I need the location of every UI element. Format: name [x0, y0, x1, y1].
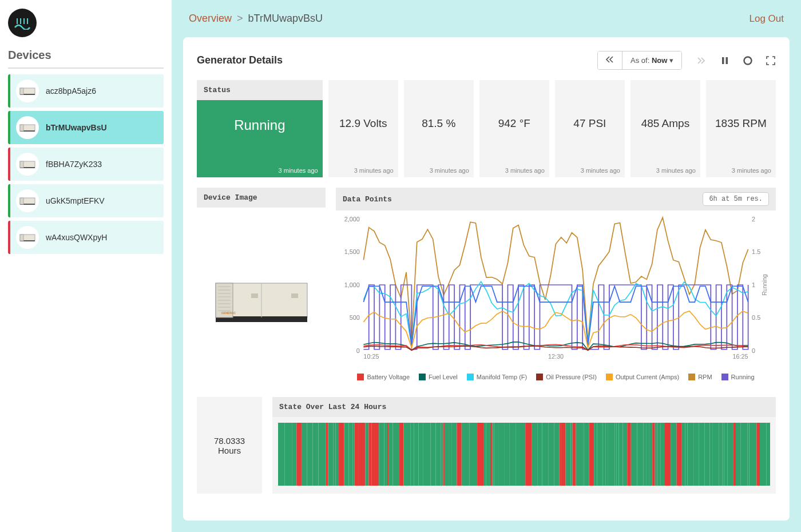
stat-card: 485 Amps3 minutes ago: [631, 80, 700, 177]
svg-text:2: 2: [752, 216, 755, 223]
breadcrumb-root[interactable]: Overview: [189, 13, 232, 24]
logout-link[interactable]: Log Out: [750, 13, 784, 25]
state-24h-card: State Over Last 24 Hours: [272, 397, 776, 494]
svg-rect-95: [473, 423, 477, 486]
legend-label: Battery Voltage: [367, 374, 410, 380]
legend-item[interactable]: Oil Pressure (PSI): [536, 374, 597, 380]
stat-footer: 3 minutes ago: [631, 167, 700, 177]
stat-body: 1835 RPM: [706, 80, 776, 167]
legend-label: RPM: [698, 374, 712, 380]
device-image-card: Device Image GENERAC: [197, 188, 326, 387]
stat-footer: 3 minutes ago: [404, 167, 474, 177]
svg-rect-98: [486, 423, 490, 486]
asof-group: As of: Now ▾: [597, 51, 682, 70]
stat-footer: 3 minutes ago: [706, 167, 776, 177]
svg-rect-151: [705, 423, 710, 486]
svg-rect-71: [372, 423, 379, 486]
stat-footer: 3 minutes ago: [328, 167, 398, 177]
resolution-badge[interactable]: 6h at 5m res.: [703, 192, 769, 206]
stat-card: 942 °F3 minutes ago: [479, 80, 549, 177]
topbar: Overview > bTrMUwapvBsU Log Out: [172, 0, 801, 37]
stat-value: 47 PSI: [573, 117, 606, 130]
legend-item[interactable]: Fuel Level: [419, 374, 458, 380]
svg-rect-106: [518, 423, 525, 486]
svg-rect-126: [608, 423, 614, 486]
svg-rect-86: [443, 423, 445, 486]
svg-rect-165: [767, 423, 770, 486]
sidebar-device-item[interactable]: acz8bpA5ajz6: [8, 74, 164, 108]
svg-rect-83: [431, 423, 436, 486]
breadcrumb-sep: >: [237, 13, 243, 24]
caret-down-icon: ▾: [669, 56, 673, 65]
chart-area[interactable]: 2,0001,5001,000500021.510.50Running10:25…: [336, 211, 776, 387]
sidebar-device-item[interactable]: wA4xusQWXpyH: [8, 221, 164, 254]
svg-rect-52: [285, 423, 292, 486]
main-area: Overview > bTrMUwapvBsU Log Out Generato…: [172, 0, 801, 532]
pause-button[interactable]: [720, 55, 730, 66]
stat-card: 81.5 %3 minutes ago: [404, 80, 474, 177]
sidebar-device-item[interactable]: bTrMUwapvBsU: [8, 111, 164, 144]
refresh-button[interactable]: [743, 55, 753, 66]
time-back-button[interactable]: [598, 51, 622, 69]
svg-text:1,000: 1,000: [344, 282, 360, 288]
svg-text:0: 0: [752, 348, 755, 354]
legend-label: Running: [731, 374, 755, 380]
sidebar-divider: [8, 68, 164, 69]
legend-item[interactable]: Manifold Temp (F): [467, 374, 527, 380]
svg-rect-74: [387, 423, 389, 486]
svg-rect-82: [423, 423, 431, 486]
svg-rect-113: [560, 423, 561, 486]
state-24h-body: [272, 417, 776, 494]
time-controls: As of: Now ▾: [597, 51, 776, 70]
legend-item[interactable]: Output Current (Amps): [606, 374, 679, 380]
legend-item[interactable]: Running: [721, 374, 755, 380]
svg-rect-69: [366, 423, 369, 486]
svg-rect-63: [339, 423, 344, 486]
svg-rect-97: [484, 423, 486, 486]
svg-rect-112: [554, 423, 560, 486]
svg-text:1: 1: [752, 282, 755, 288]
legend-item[interactable]: Battery Voltage: [357, 374, 410, 380]
svg-rect-160: [741, 423, 748, 486]
chart-legend: Battery VoltageFuel LevelManifold Temp (…: [339, 370, 773, 384]
svg-rect-60: [328, 423, 333, 486]
svg-rect-84: [435, 423, 441, 486]
svg-rect-107: [525, 423, 532, 486]
fullscreen-button[interactable]: [766, 55, 776, 66]
double-chevron-left-icon: [606, 56, 614, 63]
sidebar-device-item[interactable]: fBBHA7ZyK233: [8, 148, 164, 181]
datapoints-card: Data Points 6h at 5m res. 2,0001,5001,00…: [336, 188, 776, 387]
svg-text:1,500: 1,500: [344, 249, 360, 256]
svg-rect-144: [677, 423, 682, 486]
svg-rect-116: [571, 423, 573, 486]
svg-text:12:30: 12:30: [548, 354, 564, 360]
time-forward-button[interactable]: [696, 55, 706, 66]
pause-icon: [721, 57, 728, 65]
legend-item[interactable]: RPM: [688, 374, 712, 380]
svg-rect-148: [693, 423, 695, 486]
svg-rect-141: [664, 423, 671, 486]
svg-rect-159: [736, 423, 741, 486]
app-logo[interactable]: [8, 9, 37, 37]
state-24h-chart: [278, 423, 770, 486]
svg-rect-154: [719, 423, 722, 486]
legend-label: Output Current (Amps): [616, 374, 679, 380]
legend-swatch: [606, 374, 613, 380]
asof-dropdown[interactable]: As of: Now ▾: [622, 51, 681, 69]
svg-rect-57: [312, 423, 318, 486]
device-image-body: GENERAC: [197, 208, 326, 387]
svg-rect-118: [576, 423, 582, 486]
svg-rect-62: [336, 423, 339, 486]
svg-rect-127: [614, 423, 616, 486]
svg-rect-111: [548, 423, 554, 486]
svg-text:10:25: 10:25: [363, 354, 379, 360]
svg-rect-79: [411, 423, 414, 486]
svg-rect-134: [643, 423, 647, 486]
svg-rect-76: [392, 423, 399, 486]
svg-rect-59: [326, 423, 328, 486]
sidebar-device-item[interactable]: uGkK5mptEFKV: [8, 184, 164, 217]
sidebar: Devices acz8bpA5ajz6bTrMUwapvBsUfBBHA7Zy…: [0, 0, 172, 532]
svg-rect-6: [20, 88, 23, 94]
state-24h-header: State Over Last 24 Hours: [272, 397, 776, 417]
svg-rect-90: [453, 423, 457, 486]
